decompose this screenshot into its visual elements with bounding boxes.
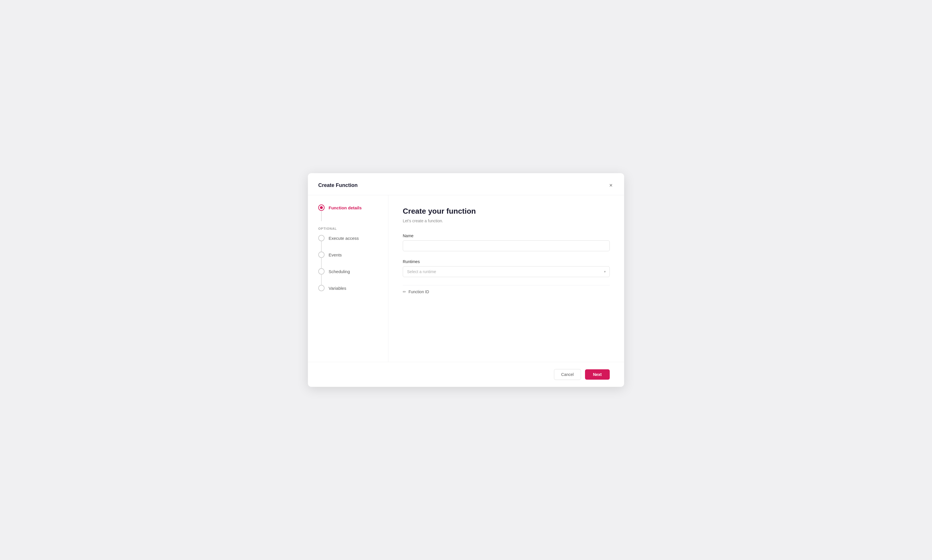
name-label: Name [403, 234, 610, 238]
optional-label: OPTIONAL [318, 227, 378, 230]
step-indicator-variables [318, 285, 324, 291]
step-connector-4 [321, 275, 322, 285]
modal-footer: Cancel Next [308, 362, 624, 387]
close-button[interactable]: × [608, 181, 614, 189]
modal-header: Create Function × [308, 173, 624, 195]
step-label-execute: Execute access [329, 236, 359, 241]
step-connector-2 [321, 241, 322, 252]
sidebar-item-events[interactable]: Events [318, 252, 378, 258]
form-title: Create your function [403, 207, 610, 216]
main-content: Create your function Let's create a func… [388, 195, 624, 362]
function-id-row[interactable]: ✏ Function ID [403, 285, 610, 298]
step-indicator-scheduling [318, 268, 324, 275]
name-input[interactable] [403, 240, 610, 251]
runtimes-label: Runtimes [403, 259, 610, 264]
pencil-icon: ✏ [403, 289, 406, 294]
function-id-label: Function ID [409, 289, 429, 294]
step-label-scheduling: Scheduling [329, 269, 350, 274]
runtimes-select-wrapper: Select a runtime ▾ [403, 266, 610, 277]
sidebar: Function details OPTIONAL Execute access… [308, 195, 388, 362]
next-button[interactable]: Next [585, 369, 610, 380]
form-subtitle: Let's create a function. [403, 218, 610, 223]
modal-body: Function details OPTIONAL Execute access… [308, 195, 624, 362]
step-label-events: Events [329, 252, 342, 257]
step-indicator-execute [318, 235, 324, 241]
runtimes-field-group: Runtimes Select a runtime ▾ [403, 259, 610, 277]
active-step-label: Function details [329, 205, 362, 210]
sidebar-item-variables[interactable]: Variables [318, 285, 378, 291]
runtimes-select[interactable]: Select a runtime [403, 266, 610, 277]
cancel-button[interactable]: Cancel [554, 369, 581, 380]
name-field-group: Name [403, 234, 610, 251]
step-connector-3 [321, 258, 322, 268]
page-backdrop: Create Function × Function details OPTIO… [0, 0, 932, 560]
modal-title: Create Function [318, 182, 358, 188]
sidebar-item-function-details[interactable]: Function details [318, 205, 378, 211]
step-indicator-events [318, 252, 324, 258]
create-function-modal: Create Function × Function details OPTIO… [308, 173, 624, 387]
active-step-indicator [318, 205, 324, 211]
step-connector-1 [321, 211, 322, 221]
step-label-variables: Variables [329, 286, 346, 291]
sidebar-item-scheduling[interactable]: Scheduling [318, 268, 378, 275]
sidebar-item-execute-access[interactable]: Execute access [318, 235, 378, 241]
